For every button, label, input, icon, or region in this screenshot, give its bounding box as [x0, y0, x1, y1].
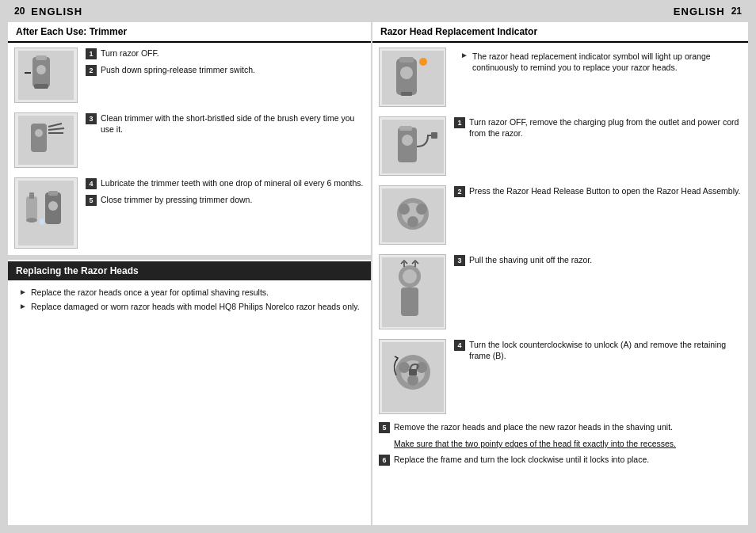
right-step-num-2: 2: [454, 186, 465, 197]
right-step-2: 2 Press the Razor Head Release Button to…: [454, 185, 742, 202]
svg-point-7: [35, 129, 43, 137]
step-5: 5 Close trimmer by pressing trimmer down…: [86, 194, 365, 206]
after-each-use-header: After Each Use: Trimmer: [8, 22, 371, 43]
right-column: Razor Head Replacement Indicator: [372, 22, 748, 525]
right-step-item-5: 5 Remove the razor heads and place the n…: [379, 421, 742, 433]
right-img-2: [379, 185, 446, 245]
svg-point-17: [48, 201, 58, 211]
svg-rect-2: [36, 55, 47, 60]
step-text-1: Turn razor OFF.: [101, 48, 159, 59]
right-step-item-6: 6 Replace the frame and turn the lock cl…: [379, 454, 742, 466]
svg-point-43: [399, 362, 410, 373]
step-num-2: 2: [86, 65, 97, 76]
right-step-num-1: 1: [454, 117, 465, 128]
svg-rect-22: [399, 57, 414, 63]
svg-point-39: [403, 269, 417, 284]
svg-point-14: [26, 218, 37, 223]
svg-rect-28: [399, 126, 412, 131]
svg-point-35: [407, 216, 418, 227]
bullet-text-1: Replace the razor heads once a year for …: [31, 287, 269, 298]
bullet-arrow-2: ►: [19, 302, 27, 310]
step-num-4: 4: [86, 178, 97, 189]
svg-rect-37: [401, 287, 418, 316]
right-step-text-4: Turn the lock counterclockwise to unlock…: [469, 339, 742, 361]
right-img-1: [379, 116, 446, 176]
left-page-num: 20: [14, 6, 25, 17]
trimmer-img-1: [14, 48, 78, 103]
svg-rect-12: [26, 196, 37, 220]
indicator-text: The razor head replacement indicator sym…: [472, 51, 735, 73]
right-step-text-2: Press the Razor Head Release Button to o…: [469, 185, 740, 196]
right-step-num-3: 3: [454, 255, 465, 266]
step-4: 4 Lubricate the trimmer teeth with one d…: [86, 177, 365, 189]
right-img-4: [379, 339, 446, 414]
page-content: After Each Use: Trimmer: [8, 22, 748, 525]
svg-rect-16: [48, 191, 58, 196]
trimmer-step-group-1: 1 Turn razor OFF. 2 Push down spring-rel…: [8, 43, 371, 108]
bullet-item-2: ► Replace damaged or worn razor heads wi…: [19, 301, 363, 312]
right-step-item-3: 3 Pull the shaving unit off the razor.: [454, 254, 742, 266]
indicator-tri-arrow: ►: [460, 51, 468, 59]
step-text-3: Clean trimmer with the short-bristled si…: [101, 112, 365, 135]
step-2: 2 Push down spring-release trimmer switc…: [86, 64, 365, 76]
svg-rect-13: [29, 192, 34, 199]
bullet-text-2: Replace damaged or worn razor heads with…: [31, 301, 360, 312]
right-step-row-1: 1 Turn razor OFF, remove the charging pl…: [372, 112, 748, 181]
right-step-text-1: Turn razor OFF, remove the charging plug…: [469, 116, 742, 139]
right-step-text-6: Replace the frame and turn the lock cloc…: [394, 454, 649, 465]
right-step-text-5: Remove the razor heads and place the new…: [394, 421, 673, 432]
indicator-bullet: ► The razor head replacement indicator s…: [454, 48, 742, 76]
svg-point-18: [40, 219, 44, 225]
right-step-row-6: 6 Replace the frame and turn the lock cl…: [372, 451, 748, 473]
indicator-description: ► The razor head replacement indicator s…: [454, 48, 742, 76]
svg-rect-23: [401, 92, 412, 96]
right-lang: ENGLISH: [674, 6, 725, 17]
indicator-info-row: ► The razor head replacement indicator s…: [372, 43, 748, 112]
trimmer-steps-4-5: 4 Lubricate the trimmer teeth with one d…: [86, 177, 365, 211]
svg-point-21: [400, 67, 413, 79]
right-step-row-4: 4 Turn the lock counterclockwise to unlo…: [372, 334, 748, 419]
section-divider: [8, 255, 371, 260]
step-5-underline: Make sure that the two pointy edges of t…: [394, 439, 676, 448]
step-1: 1 Turn razor OFF.: [86, 48, 365, 59]
step-num-3: 3: [86, 113, 97, 124]
left-column: After Each Use: Trimmer: [8, 22, 372, 525]
step-text-5: Close trimmer by pressing trimmer down.: [101, 194, 252, 205]
step-3: 3 Clean trimmer with the short-bristled …: [86, 112, 365, 135]
step-text-2: Push down spring-release trimmer switch.: [101, 64, 255, 75]
trimmer-steps-1-2: 1 Turn razor OFF. 2 Push down spring-rel…: [86, 48, 365, 81]
trimmer-img-3: [14, 177, 78, 249]
right-step-item-2: 2 Press the Razor Head Release Button to…: [454, 185, 742, 197]
svg-point-33: [399, 204, 410, 215]
trimmer-steps-3: 3 Clean trimmer with the short-bristled …: [86, 112, 365, 139]
trimmer-img-2: [14, 112, 78, 168]
right-img-3: [379, 254, 446, 329]
svg-rect-29: [431, 132, 437, 139]
svg-point-24: [419, 58, 427, 66]
razor-heads-bullets: ► Replace the razor heads once a year fo…: [8, 284, 371, 318]
right-step-item-4: 4 Turn the lock counterclockwise to unlo…: [454, 339, 742, 361]
razor-head-indicator-header: Razor Head Replacement Indicator: [372, 22, 748, 43]
right-page-num: 21: [731, 6, 742, 17]
right-step-text-3: Pull the shaving unit off the razor.: [469, 254, 592, 265]
svg-point-34: [416, 204, 427, 215]
right-step-num-5: 5: [379, 422, 390, 433]
right-step-3: 3 Pull the shaving unit off the razor.: [454, 254, 742, 271]
right-step-row-5: 5 Remove the razor heads and place the n…: [372, 419, 748, 451]
right-step-num-4: 4: [454, 340, 465, 351]
svg-rect-3: [34, 84, 48, 89]
bullet-item-1: ► Replace the razor heads once a year fo…: [19, 287, 363, 298]
trimmer-step-group-2: 3 Clean trimmer with the short-bristled …: [8, 108, 371, 173]
replacing-heads-header: Replacing the Razor Heads: [8, 261, 371, 280]
indicator-img: [379, 48, 446, 107]
left-lang: ENGLISH: [31, 6, 82, 17]
right-step-item-1: 1 Turn razor OFF, remove the charging pl…: [454, 116, 742, 139]
right-step-4: 4 Turn the lock counterclockwise to unlo…: [454, 339, 742, 366]
right-step-row-2: 2 Press the Razor Head Release Button to…: [372, 181, 748, 249]
svg-point-45: [407, 375, 418, 386]
svg-point-4: [36, 65, 46, 74]
svg-point-27: [402, 135, 413, 146]
right-step-1: 1 Turn razor OFF, remove the charging pl…: [454, 116, 742, 143]
trimmer-step-group-3: 4 Lubricate the trimmer teeth with one d…: [8, 173, 371, 253]
step-text-4: Lubricate the trimmer teeth with one dro…: [101, 177, 364, 188]
